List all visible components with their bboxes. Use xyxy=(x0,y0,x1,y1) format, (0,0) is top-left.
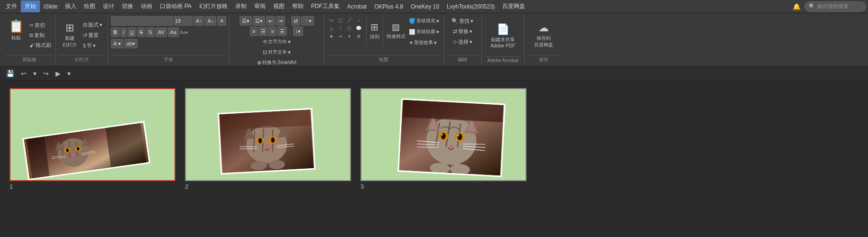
menu-lvyhtools[interactable]: LvyhTools(200523) xyxy=(443,1,499,12)
menu-pdf-tools[interactable]: PDF工具集 xyxy=(307,0,343,12)
ribbon-group-slides: ⊞ 新建 幻灯片 ⊟ 版式 ▾ ↺ 重置 § 节 xyxy=(56,15,108,64)
indent-decrease-button[interactable]: ⇤ xyxy=(266,16,275,26)
create-share-pdf-button[interactable]: 📄 创建并共享 Adobe PDF xyxy=(488,22,518,50)
font-size-increase-button[interactable]: A↑ xyxy=(194,16,204,26)
menu-record[interactable]: 录制 xyxy=(231,0,250,12)
font-name-input[interactable] xyxy=(111,16,173,26)
italic-button[interactable]: I xyxy=(120,27,127,37)
menu-help[interactable]: 帮助 xyxy=(288,0,307,12)
menu-design[interactable]: 设计 xyxy=(99,0,118,12)
strikethrough-button[interactable]: S xyxy=(137,27,145,37)
menu-bar: 文件 开始 iSlide 插入 绘图 设计 切换 动画 口袋动画 PA 幻灯片放… xyxy=(0,0,868,13)
save-button[interactable]: 💾 xyxy=(4,68,17,79)
find-button[interactable]: 🔍 查找 ▾ xyxy=(450,16,475,26)
spacing-button[interactable]: AV xyxy=(156,27,167,37)
slide-thumb-3[interactable] xyxy=(360,88,526,181)
slide2-cat-image xyxy=(218,108,316,174)
menu-draw[interactable]: 绘图 xyxy=(80,0,99,12)
new-slide-button[interactable]: ⊞ 新建 幻灯片 xyxy=(60,21,80,49)
menu-home[interactable]: 开始 xyxy=(21,0,40,12)
notification-icon[interactable]: 🔔 xyxy=(793,3,801,10)
menu-baidu-cloud[interactable]: 百度网盘 xyxy=(499,0,529,12)
underline-button[interactable]: U xyxy=(128,27,136,37)
bold-button[interactable]: B xyxy=(111,27,120,37)
menu-slideshow[interactable]: 幻灯片放映 xyxy=(195,0,231,12)
shape-callout[interactable]: 💬 xyxy=(354,24,363,32)
format-painter-icon: 🖌 xyxy=(29,42,35,48)
align-left-button[interactable]: ≡ xyxy=(250,27,258,36)
quick-styles-label[interactable]: 快速样式 xyxy=(387,33,406,40)
menu-onekey[interactable]: OneKey 10 xyxy=(407,1,443,12)
align-right-button[interactable]: ≡ xyxy=(268,27,276,36)
format-painter-button[interactable]: 🖌 格式刷 xyxy=(28,40,53,50)
menu-review[interactable]: 审阅 xyxy=(250,0,269,12)
effect-icon: ✦ xyxy=(409,40,413,46)
shape-block-arrow[interactable]: ⇒ xyxy=(336,32,345,40)
rtl-button[interactable]: ⇄ xyxy=(291,16,300,26)
shape-triangle[interactable]: △ xyxy=(327,24,336,32)
shape-effect-button[interactable]: ✦ 形状效果 ▾ xyxy=(407,38,441,47)
shape-outline-button[interactable]: ⬜ 形状轮廓 ▾ xyxy=(407,27,441,36)
shape-more[interactable]: ▾ xyxy=(345,32,354,40)
highlight-button[interactable]: ab▾ xyxy=(124,39,138,48)
shape-star[interactable]: ★ xyxy=(327,32,336,40)
undo-dropdown-button[interactable]: ▾ xyxy=(31,68,39,79)
case-button[interactable]: Aa xyxy=(168,27,179,37)
column-button[interactable]: ⋮▾ xyxy=(301,16,314,26)
shape-extra[interactable]: ⊕ xyxy=(354,32,363,40)
layout-button[interactable]: ⊟ 版式 ▾ xyxy=(82,20,104,29)
acrobat-icon: 📄 xyxy=(497,23,509,36)
convert-smartart-button[interactable]: ⊗ 转换为 SmartArt xyxy=(256,58,298,66)
undo-button[interactable]: ↩ xyxy=(18,68,29,79)
cut-button[interactable]: ✂ 剪切 xyxy=(28,20,53,30)
save-cloud-button[interactable]: ☁ 保存到 百度网盘 xyxy=(531,21,556,49)
indent-increase-button[interactable]: ⇥ xyxy=(276,16,285,26)
select-button[interactable]: ⊹ 选择 ▾ xyxy=(452,37,474,46)
search-input[interactable]: 🔍 操作说明搜索 xyxy=(804,1,866,12)
shape-circle[interactable]: ○ xyxy=(336,24,345,32)
numbering-button[interactable]: ☰▾ xyxy=(253,16,265,26)
copy-button[interactable]: ⧉ 复制 xyxy=(28,30,53,40)
present-button[interactable]: ▶ xyxy=(53,68,63,79)
shape-fill-button[interactable]: 🪣 形状填充 ▾ xyxy=(407,16,441,26)
ribbon-group-clipboard: 📋 粘贴 ✂ 剪切 ⧉ 复制 🖌 格式刷 xyxy=(3,15,56,64)
paste-button[interactable]: 📋 粘贴 xyxy=(6,16,27,44)
reset-icon: ↺ xyxy=(83,32,87,38)
menu-insert[interactable]: 插入 xyxy=(61,0,80,12)
line-spacing-button[interactable]: ↕▾ xyxy=(293,27,304,36)
slide-thumb-1[interactable] xyxy=(9,88,175,181)
shape-arrow[interactable]: → xyxy=(354,16,363,24)
menu-pocket-animation[interactable]: 口袋动画 PA xyxy=(156,0,195,12)
replace-button[interactable]: ⇄ 替换 ▾ xyxy=(452,27,474,36)
redo-button[interactable]: ↪ xyxy=(41,68,51,79)
align-center-button[interactable]: ☰ xyxy=(259,27,268,36)
reset-button[interactable]: ↺ 重置 xyxy=(82,30,104,40)
align-text-button[interactable]: ⊡ 对齐文本 ▾ xyxy=(261,47,292,57)
shadow-button[interactable]: S xyxy=(146,27,154,37)
menu-acrobat[interactable]: Acrobat xyxy=(343,1,370,12)
menu-transition[interactable]: 切换 xyxy=(118,0,137,12)
menu-view[interactable]: 视图 xyxy=(269,0,288,12)
clear-format-button[interactable]: ✕ xyxy=(217,16,226,26)
section-button[interactable]: § 节 ▾ xyxy=(82,41,104,50)
text-direction-dropdown: ▾ xyxy=(288,39,291,45)
shape-rect[interactable]: ▭ xyxy=(327,16,336,24)
justify-button[interactable]: ☰ xyxy=(277,27,287,36)
menu-file[interactable]: 文件 xyxy=(2,0,21,12)
menu-islide[interactable]: iSlide xyxy=(40,1,61,12)
slide-thumb-2[interactable] xyxy=(185,88,351,181)
shape-rounded-rect[interactable]: ▢ xyxy=(336,16,345,24)
menu-okplus[interactable]: OKPlus 4.8 xyxy=(370,1,407,12)
arrange-label[interactable]: 排列 xyxy=(370,34,379,40)
smartart-icon: ⊗ xyxy=(257,60,261,66)
customize-quick-access-button[interactable]: ▾ xyxy=(65,68,73,79)
shape-pentagon[interactable]: ⬠ xyxy=(345,24,354,32)
font-size-decrease-button[interactable]: A↓ xyxy=(205,16,216,26)
menu-animation[interactable]: 动画 xyxy=(137,0,156,12)
text-direction-button[interactable]: ⟲ 文字方向 ▾ xyxy=(261,37,292,46)
shape-line[interactable]: ╱ xyxy=(345,16,354,24)
font-size-input[interactable] xyxy=(174,16,193,26)
layout-dropdown-icon: ▾ xyxy=(100,22,102,28)
bullets-button[interactable]: ☰▾ xyxy=(240,16,252,26)
font-color-button[interactable]: A ▾ xyxy=(111,39,123,48)
